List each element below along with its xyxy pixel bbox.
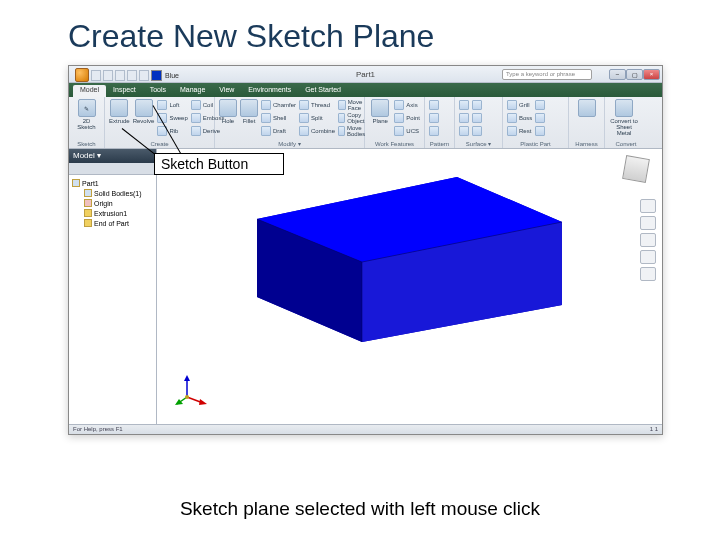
model-block[interactable] <box>257 177 562 342</box>
snapfit-icon <box>535 100 545 110</box>
circ-pattern-button[interactable] <box>429 112 439 124</box>
qat-undo-icon[interactable] <box>127 70 137 81</box>
plane-button[interactable]: Plane <box>369 99 391 139</box>
split-button[interactable]: Split <box>299 112 335 124</box>
nav-lookat-icon[interactable] <box>640 267 656 281</box>
rib-button[interactable]: Rib <box>157 125 187 137</box>
material-swatch-icon[interactable] <box>151 70 162 81</box>
viewport[interactable] <box>157 149 662 424</box>
tab-view[interactable]: View <box>212 85 241 97</box>
tab-inspect[interactable]: Inspect <box>106 85 143 97</box>
rulefillet-icon <box>535 113 545 123</box>
svg-point-13 <box>185 395 189 399</box>
tree-item[interactable]: Solid Bodies(1) <box>84 188 153 198</box>
tab-getstarted[interactable]: Get Started <box>298 85 348 97</box>
grill-button[interactable]: Grill <box>507 99 532 111</box>
tree-item[interactable]: Extrusion1 <box>84 208 153 218</box>
minimize-button[interactable]: – <box>609 69 626 80</box>
lip-button[interactable] <box>535 125 545 137</box>
nav-zoom-icon[interactable] <box>640 233 656 247</box>
sculpt-button[interactable] <box>459 112 469 124</box>
axis-button[interactable]: Axis <box>394 99 420 111</box>
panel-sketch: ✎ 2D Sketch Sketch <box>69 97 105 148</box>
sketch-icon: ✎ <box>78 99 96 117</box>
panel-sketch-label: Sketch <box>69 141 104 147</box>
trim-button[interactable] <box>472 99 482 111</box>
panel-create-label: Create <box>105 141 214 147</box>
callout-box: Sketch Button <box>154 153 284 175</box>
harness-icon <box>578 99 596 117</box>
snapfit-button[interactable] <box>535 99 545 111</box>
part-icon <box>72 179 80 187</box>
qat-save-icon[interactable] <box>115 70 125 81</box>
extend-icon <box>472 113 482 123</box>
qat-open-icon[interactable] <box>103 70 113 81</box>
sketch-button-label: 2D Sketch <box>73 118 100 130</box>
revolve-label: Revolve <box>133 118 155 124</box>
extend-button[interactable] <box>472 112 482 124</box>
boss-icon <box>507 113 517 123</box>
panel-modify-label: Modify ▾ <box>215 140 364 147</box>
tree-item[interactable]: End of Part <box>84 218 153 228</box>
patch-button[interactable] <box>459 125 469 137</box>
fillet-icon <box>240 99 258 117</box>
tab-environments[interactable]: Environments <box>241 85 298 97</box>
panel-harness-label: Harness <box>569 141 604 147</box>
qat-redo-icon[interactable] <box>139 70 149 81</box>
maximize-button[interactable]: ▢ <box>626 69 643 80</box>
nav-orbit-icon[interactable] <box>640 250 656 264</box>
help-hint: For Help, press F1 <box>73 426 123 433</box>
combine-button[interactable]: Combine <box>299 125 335 137</box>
tab-model[interactable]: Model <box>73 85 106 97</box>
tab-manage[interactable]: Manage <box>173 85 212 97</box>
close-button[interactable]: × <box>643 69 660 80</box>
moveface-button[interactable]: Move Face <box>338 99 368 111</box>
loft-button[interactable]: Loft <box>157 99 187 111</box>
axis-icon <box>394 100 404 110</box>
stitch-button[interactable] <box>459 99 469 111</box>
copyobj-button[interactable]: Copy Object <box>338 112 368 124</box>
slide-title: Create New Sketch Plane <box>0 0 720 55</box>
revolve-button[interactable]: Revolve <box>133 99 155 139</box>
panel-pattern-label: Pattern <box>425 141 454 147</box>
search-input[interactable]: Type a keyword or phrase <box>502 69 592 80</box>
rect-pattern-button[interactable] <box>429 99 439 111</box>
nav-pan-icon[interactable] <box>640 216 656 230</box>
rest-button[interactable]: Rest <box>507 125 532 137</box>
ucs-button[interactable]: UCS <box>394 125 420 137</box>
harness-button[interactable] <box>573 99 600 139</box>
chamfer-button[interactable]: Chamfer <box>261 99 296 111</box>
movebodies-button[interactable]: Move Bodies <box>338 125 368 137</box>
hole-button[interactable]: Hole <box>219 99 237 139</box>
replaceface-icon <box>472 126 482 136</box>
fillet-button[interactable]: Fillet <box>240 99 258 139</box>
shell-button[interactable]: Shell <box>261 112 296 124</box>
boss-button[interactable]: Boss <box>507 112 532 124</box>
material-label: Blue <box>165 72 179 79</box>
rulefillet-button[interactable] <box>535 112 545 124</box>
viewcube[interactable] <box>624 157 654 187</box>
thread-button[interactable]: Thread <box>299 99 335 111</box>
tree-root[interactable]: Part1 <box>72 178 153 188</box>
browser-header[interactable]: Model ▾ <box>69 149 156 163</box>
tree-item[interactable]: Origin <box>84 198 153 208</box>
replaceface-button[interactable] <box>472 125 482 137</box>
draft-button[interactable]: Draft <box>261 125 296 137</box>
rest-icon <box>507 126 517 136</box>
qat-new-icon[interactable] <box>91 70 101 81</box>
combine-icon <box>299 126 309 136</box>
point-button[interactable]: Point <box>394 112 420 124</box>
sketch-button[interactable]: ✎ 2D Sketch <box>73 99 100 139</box>
mirror-button[interactable] <box>429 125 439 137</box>
trim-icon <box>472 100 482 110</box>
document-name: Part1 <box>356 70 375 79</box>
panel-surface-label: Surface ▾ <box>455 140 502 147</box>
convert-button[interactable]: Convert to Sheet Metal <box>609 99 639 139</box>
browser-filter[interactable] <box>69 163 156 175</box>
nav-home-icon[interactable] <box>640 199 656 213</box>
tab-tools[interactable]: Tools <box>143 85 173 97</box>
origin-icon <box>84 199 92 207</box>
app-window: Blue Part1 Type a keyword or phrase – ▢ … <box>68 65 663 435</box>
extrusion-icon <box>84 209 92 217</box>
app-menu-button[interactable] <box>75 68 89 82</box>
